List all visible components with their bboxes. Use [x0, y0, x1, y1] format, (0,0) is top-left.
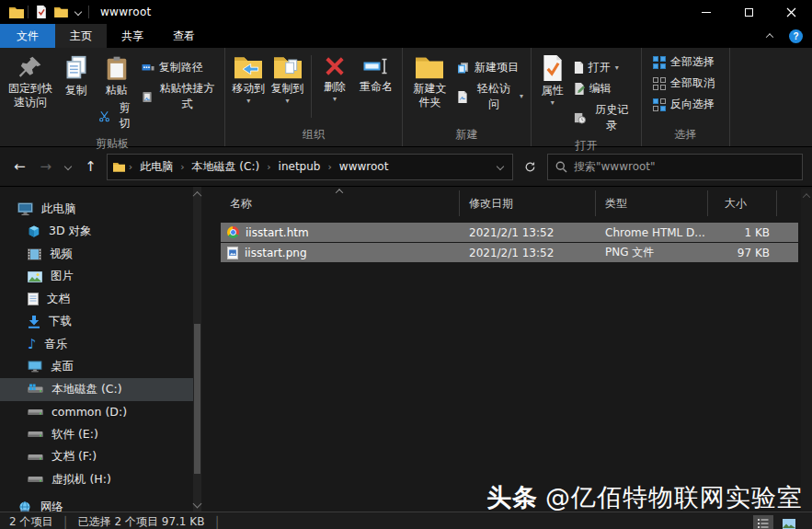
copy-button[interactable]: 复制: [57, 52, 95, 98]
search-box: [547, 154, 803, 180]
sidebar-item-videos[interactable]: 视频: [0, 243, 194, 266]
column-header-size[interactable]: 大小: [708, 190, 777, 216]
open-button[interactable]: 打开 ▾: [570, 57, 623, 78]
qat-properties-button[interactable]: [32, 4, 51, 20]
breadcrumb-this-pc[interactable]: 此电脑: [136, 157, 177, 177]
collapse-ribbon-button[interactable]: [763, 31, 776, 40]
pin-to-quick-access-button[interactable]: 固定到快速访问: [4, 52, 57, 109]
sidebar-item-3d-objects[interactable]: 3D 对象: [0, 221, 194, 244]
select-all-icon: [653, 56, 666, 69]
large-icons-view-icon: [783, 519, 795, 529]
scrollbar-thumb[interactable]: [194, 324, 200, 474]
sidebar-item-software-e[interactable]: 软件 (E:): [0, 423, 194, 446]
qat-separator: [28, 6, 29, 18]
breadcrumb-local-disk-c[interactable]: 本地磁盘 (C:): [189, 157, 264, 177]
new-item-button[interactable]: 新建项目: [453, 57, 522, 78]
drive-icon: [28, 452, 43, 463]
table-row[interactable]: iisstart.htm 2021/2/1 13:52 Chrome HTML …: [221, 223, 798, 242]
column-header-type[interactable]: 类型: [596, 190, 708, 216]
column-header-date[interactable]: 修改日期: [460, 190, 596, 216]
qat-new-folder-button[interactable]: [51, 5, 72, 19]
sidebar-item-music[interactable]: ♪ 音乐: [0, 333, 194, 356]
minimize-icon: [702, 12, 711, 13]
folder-icon: [54, 6, 68, 17]
forward-button[interactable]: →: [36, 156, 57, 177]
maximize-icon: [745, 8, 753, 17]
new-folder-button[interactable]: 新建文件夹: [406, 52, 453, 109]
group-inner-separator: [311, 55, 312, 118]
move-to-button[interactable]: 移动到 ▾: [229, 52, 268, 104]
paste-button[interactable]: 粘贴: [96, 52, 138, 98]
recent-locations-button[interactable]: [62, 162, 74, 171]
help-button[interactable]: ?: [785, 28, 806, 45]
easy-access-button[interactable]: 轻松访问 ▾: [453, 78, 527, 115]
sidebar-item-documents-f[interactable]: 文档 (F:): [0, 446, 194, 469]
scroll-up-icon[interactable]: [803, 193, 810, 201]
rename-button[interactable]: 重命名: [354, 52, 398, 94]
chevron-down-icon: [74, 8, 82, 16]
help-icon: ?: [789, 29, 803, 43]
chevron-down-icon: [64, 163, 72, 170]
breadcrumb-wwwroot[interactable]: wwwroot: [336, 158, 393, 175]
ribbon-tabs: 文件 主页 共享 查看 ?: [0, 24, 812, 48]
search-icon: [555, 161, 567, 173]
copy-to-button[interactable]: 复制到 ▾: [268, 52, 306, 104]
history-button[interactable]: 历史记录: [570, 99, 637, 136]
chrome-icon: [227, 226, 239, 238]
ribbon-group-organize: 移动到 ▾ 复制到 ▾ 删除 ▾: [225, 48, 403, 146]
refresh-icon: [524, 161, 536, 173]
refresh-button[interactable]: [519, 159, 542, 175]
sidebar-item-vm-h[interactable]: 虚拟机 (H:): [0, 468, 194, 491]
sidebar-item-this-pc[interactable]: 此电脑: [0, 198, 194, 221]
tab-home[interactable]: 主页: [55, 24, 107, 48]
paste-shortcut-button[interactable]: 粘贴快捷方式: [138, 78, 221, 115]
sidebar-item-pictures[interactable]: 图片: [0, 266, 194, 289]
select-none-button[interactable]: 全部取消: [649, 73, 718, 94]
cut-button[interactable]: 剪切: [95, 98, 137, 134]
tab-file[interactable]: 文件: [0, 24, 55, 48]
back-button[interactable]: ←: [9, 156, 30, 177]
search-input[interactable]: [574, 160, 795, 173]
selection-info: 已选择 2 个项目 97.1 KB: [78, 514, 205, 529]
sidebar-scrollbar[interactable]: [193, 187, 201, 512]
properties-button[interactable]: 属性 ▾: [535, 52, 570, 106]
group-label-organize: 组织: [225, 125, 402, 146]
maximize-button[interactable]: [727, 0, 770, 24]
large-icons-view-button[interactable]: [779, 515, 799, 529]
tab-view[interactable]: 查看: [158, 24, 210, 48]
breadcrumb-inetpub[interactable]: inetpub: [275, 158, 325, 175]
sidebar-item-desktop[interactable]: 桌面: [0, 356, 194, 379]
qat-customize-button[interactable]: [72, 7, 85, 17]
breadcrumb-separator: ›: [327, 161, 331, 173]
table-row[interactable]: iisstart.png 2021/2/1 13:52 PNG 文件 97 KB: [221, 243, 798, 262]
tab-share[interactable]: 共享: [107, 24, 158, 48]
invert-selection-icon: [653, 98, 666, 111]
sidebar-item-documents[interactable]: 文档: [0, 288, 194, 311]
close-icon: [786, 7, 796, 17]
scroll-down-icon[interactable]: [193, 500, 202, 509]
select-none-icon: [653, 77, 666, 90]
cube-icon: [28, 224, 40, 238]
copy-path-button[interactable]: 复制路径: [138, 57, 207, 78]
invert-selection-button[interactable]: 反向选择: [649, 94, 718, 115]
file-list-scrollbar[interactable]: [801, 189, 812, 511]
scroll-up-icon[interactable]: [193, 191, 202, 201]
close-button[interactable]: [770, 0, 812, 24]
sidebar-item-downloads[interactable]: 下载: [0, 311, 194, 334]
up-button[interactable]: ↑: [80, 156, 101, 177]
desktop-icon: [28, 361, 42, 373]
minimize-button[interactable]: [685, 0, 727, 24]
file-type: PNG 文件: [596, 245, 708, 260]
address-bar[interactable]: › 此电脑 › 本地磁盘 (C:) › inetpub › wwwroot: [107, 154, 513, 180]
group-label-new: 新建: [403, 125, 531, 146]
sidebar-item-local-disk-c[interactable]: 本地磁盘 (C:): [0, 378, 194, 401]
navigation-pane: 此电脑 3D 对象 视频 图片 文档 下载 ♪: [0, 187, 204, 512]
sidebar-item-common-d[interactable]: common (D:): [0, 401, 194, 424]
delete-button[interactable]: 删除 ▾: [315, 52, 354, 102]
edit-button[interactable]: 编辑: [570, 78, 615, 99]
rename-icon: [362, 55, 390, 77]
address-dropdown-button[interactable]: [494, 162, 507, 171]
details-view-button[interactable]: [753, 515, 773, 529]
dropdown-caret-icon: ▾: [286, 98, 290, 104]
select-all-button[interactable]: 全部选择: [649, 52, 718, 73]
